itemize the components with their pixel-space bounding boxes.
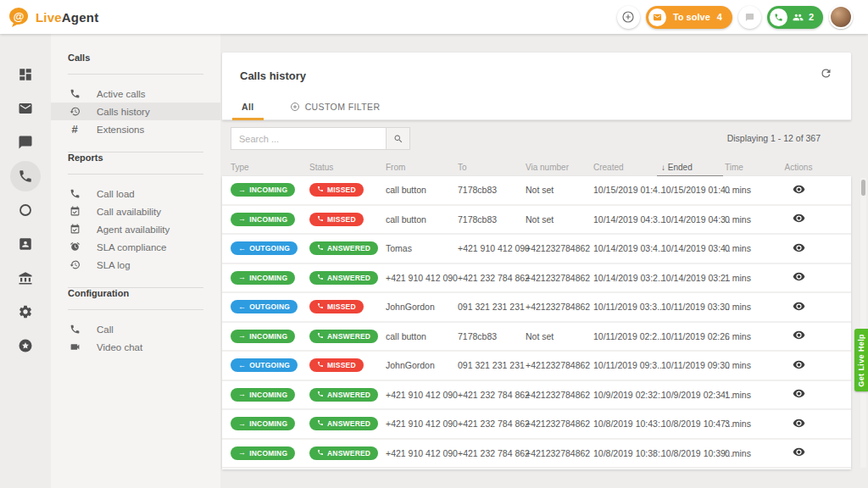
sidebar-item-agent-availability[interactable]: Agent availability bbox=[51, 220, 220, 238]
column-header-status[interactable]: Status bbox=[309, 163, 386, 172]
column-header-to[interactable]: To bbox=[458, 163, 526, 172]
table-row[interactable]: →INCOMING ANSWERED call button 7178cb83 … bbox=[222, 323, 851, 352]
rail-item-tickets[interactable] bbox=[0, 92, 51, 125]
tab-custom-filter[interactable]: CUSTOM FILTER bbox=[272, 94, 398, 119]
phone-small-icon bbox=[317, 332, 324, 339]
sidebar-section: Configuration Call Video chat bbox=[51, 288, 220, 369]
column-header-from[interactable]: From bbox=[386, 163, 458, 172]
sidebar-item-call[interactable]: Call bbox=[51, 320, 220, 338]
cell-ended: 10/11/2019 09:3.. bbox=[661, 360, 725, 370]
phone-small-icon bbox=[317, 419, 324, 426]
table-row[interactable]: ←OUTGOING MISSED JohnGordon 091 321 231 … bbox=[222, 352, 851, 381]
table-row[interactable]: →INCOMING ANSWERED +421 910 412 090 +421… bbox=[222, 264, 851, 294]
view-call-button[interactable] bbox=[793, 358, 805, 371]
phone-small-icon bbox=[317, 391, 324, 397]
liveagent-logo[interactable]: @ LiveAgent bbox=[8, 7, 98, 27]
search-button[interactable] bbox=[387, 127, 410, 150]
table-row[interactable]: →INCOMING ANSWERED +421 910 412 090 +421… bbox=[222, 381, 851, 411]
rail-item-chats[interactable] bbox=[0, 125, 51, 159]
view-call-button[interactable] bbox=[793, 446, 805, 458]
eye-icon bbox=[793, 417, 805, 430]
phone-small-icon bbox=[317, 302, 324, 309]
sidebar-item-active-calls[interactable]: Active calls bbox=[51, 85, 220, 103]
rail-item-dashboard[interactable] bbox=[0, 58, 51, 92]
cell-time: 0 mins bbox=[725, 448, 782, 458]
table-row[interactable]: →INCOMING MISSED call button 7178cb83 No… bbox=[222, 176, 851, 206]
table-row[interactable]: ←OUTGOING MISSED JohnGordon 091 321 231 … bbox=[222, 293, 851, 323]
get-live-help-button[interactable]: Get Live Help bbox=[854, 329, 868, 391]
type-badge: →INCOMING bbox=[231, 213, 295, 226]
view-call-button[interactable] bbox=[793, 212, 805, 225]
sidebar-section: Calls Active calls Calls history # Exten… bbox=[51, 53, 220, 152]
phone-icon bbox=[317, 244, 324, 252]
column-header-actions[interactable]: Actions bbox=[782, 163, 815, 172]
column-header-created[interactable]: Created bbox=[593, 163, 661, 172]
table-scrollbar[interactable] bbox=[860, 178, 866, 468]
sidebar-item-extensions[interactable]: # Extensions bbox=[51, 120, 220, 138]
column-header-ended[interactable]: ↓ Ended bbox=[661, 163, 725, 172]
phone-small-icon bbox=[317, 274, 324, 280]
table-row[interactable]: →INCOMING MISSED call button 7178cb83 No… bbox=[222, 206, 851, 236]
cell-created: 10/15/2019 01:4.. bbox=[593, 185, 661, 195]
cell-via-number: +421232784862 bbox=[526, 302, 593, 312]
sidebar-item-calls-history[interactable]: Calls history bbox=[51, 103, 220, 120]
rail-item-academy[interactable] bbox=[0, 261, 51, 295]
table-row[interactable]: ←OUTGOING ANSWERED Tomas +421 910 412 09… bbox=[222, 235, 851, 264]
user-avatar[interactable] bbox=[829, 5, 853, 29]
table-row[interactable]: →INCOMING ANSWERED +421 910 412 090 +421… bbox=[222, 440, 851, 469]
cell-via-number: Not set bbox=[526, 214, 593, 225]
envelope-icon bbox=[648, 8, 666, 26]
eye-icon bbox=[793, 329, 805, 341]
sidebar-item-sla-compliance[interactable]: SLA compliance bbox=[51, 238, 220, 256]
cell-via-number: +421232784862 bbox=[526, 390, 593, 400]
cell-time: 6 mins bbox=[725, 331, 782, 341]
view-call-button[interactable] bbox=[793, 417, 805, 430]
sidebar-item-call-availability[interactable]: Call availability bbox=[51, 202, 220, 220]
tab-all[interactable]: All bbox=[224, 94, 272, 119]
column-header-time[interactable]: Time bbox=[725, 163, 782, 172]
type-badge: ←OUTGOING bbox=[231, 241, 298, 255]
table-row[interactable]: →INCOMING ANSWERED +421 910 412 090 +421… bbox=[222, 410, 851, 440]
cell-time: 0 mins bbox=[725, 302, 782, 312]
cell-ended: 10/11/2019 02:2.. bbox=[661, 331, 725, 341]
cell-to: +421 232 784 862 bbox=[458, 419, 526, 429]
rail-item-settings[interactable] bbox=[0, 295, 51, 329]
rail-item-online-visitors[interactable] bbox=[0, 193, 51, 227]
eye-icon bbox=[793, 387, 805, 400]
view-call-button[interactable] bbox=[793, 387, 805, 400]
rail-item-contacts[interactable] bbox=[0, 227, 51, 261]
available-agents-button[interactable]: 2 bbox=[767, 6, 823, 29]
view-call-button[interactable] bbox=[793, 300, 805, 313]
phone-icon bbox=[18, 169, 33, 184]
create-new-button[interactable] bbox=[617, 6, 640, 29]
search-input[interactable] bbox=[231, 127, 387, 150]
sidebar-item-video-chat[interactable]: Video chat bbox=[51, 338, 220, 356]
cell-time: 1 mins bbox=[725, 390, 782, 400]
sidebar-item-sla-log[interactable]: SLA log bbox=[51, 256, 220, 274]
cell-via-number: Not set bbox=[526, 331, 593, 341]
view-call-button[interactable] bbox=[793, 183, 805, 196]
to-solve-button[interactable]: To solve 4 bbox=[646, 6, 732, 29]
phone-small-icon bbox=[317, 244, 324, 251]
phone-small-icon bbox=[317, 361, 324, 368]
status-badge: ANSWERED bbox=[309, 241, 378, 255]
chats-indicator-button[interactable] bbox=[738, 6, 761, 29]
chat-icon bbox=[745, 13, 754, 22]
view-call-button[interactable] bbox=[793, 241, 805, 254]
search-icon bbox=[393, 134, 403, 144]
column-header-via-number[interactable]: Via number bbox=[526, 163, 593, 172]
view-call-button[interactable] bbox=[793, 270, 805, 283]
event-icon bbox=[70, 224, 81, 235]
sidebar-item-call-load[interactable]: Call load bbox=[51, 185, 220, 202]
phone-icon bbox=[317, 419, 324, 428]
calls-sidebar: Calls Active calls Calls history # Exten… bbox=[51, 34, 220, 488]
scrollbar-thumb[interactable] bbox=[861, 180, 865, 196]
cell-created: 10/14/2019 03:2.. bbox=[593, 273, 661, 283]
refresh-button[interactable] bbox=[820, 67, 832, 82]
cell-from: call button bbox=[386, 331, 458, 341]
cell-to: 091 321 231 231 bbox=[458, 302, 526, 312]
view-call-button[interactable] bbox=[793, 329, 805, 341]
rail-item-addons[interactable] bbox=[0, 329, 51, 363]
rail-item-calls[interactable] bbox=[0, 159, 51, 193]
column-header-type[interactable]: Type bbox=[231, 163, 309, 172]
